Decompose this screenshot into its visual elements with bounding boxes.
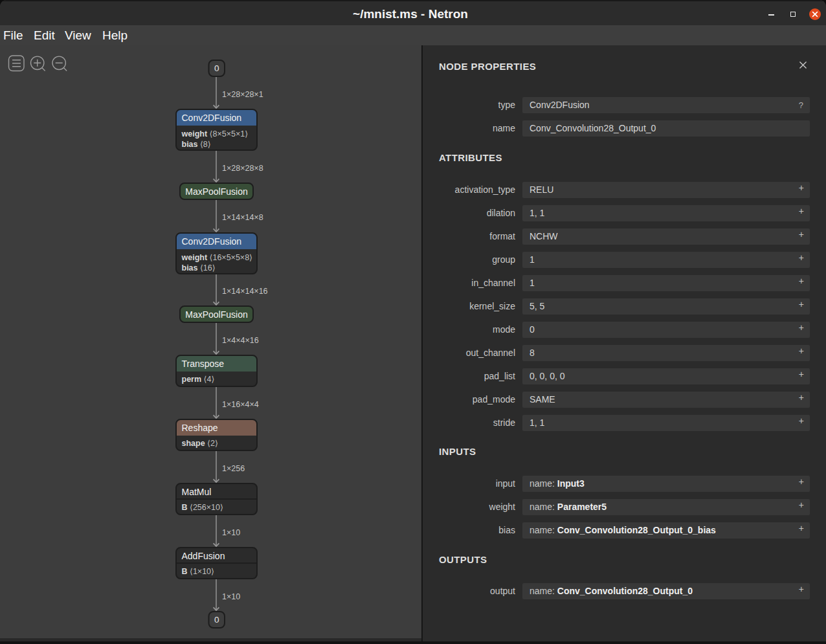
svg-text:perm ⟨4⟩: perm ⟨4⟩ — [182, 375, 215, 384]
svg-text:MatMul: MatMul — [182, 487, 212, 497]
svg-text:Conv2DFusion: Conv2DFusion — [182, 236, 242, 247]
svg-text:B ⟨1×10⟩: B ⟨1×10⟩ — [182, 567, 214, 576]
svg-text:1×16×4×4: 1×16×4×4 — [222, 400, 259, 409]
svg-text:0: 0 — [214, 615, 219, 625]
svg-text:0: 0 — [214, 63, 219, 73]
svg-text:weight ⟨8×5×5×1⟩: weight ⟨8×5×5×1⟩ — [181, 129, 249, 139]
svg-text:MaxPoolFusion: MaxPoolFusion — [185, 186, 248, 197]
svg-text:AddFusion: AddFusion — [182, 551, 225, 561]
svg-text:1×28×28×8: 1×28×28×8 — [222, 164, 263, 173]
svg-text:1×10: 1×10 — [222, 528, 240, 537]
svg-text:bias ⟨16⟩: bias ⟨16⟩ — [182, 263, 216, 272]
svg-text:1×14×14×16: 1×14×14×16 — [222, 287, 268, 296]
svg-text:Transpose: Transpose — [182, 359, 225, 369]
svg-text:1×10: 1×10 — [222, 592, 240, 601]
svg-text:weight ⟨16×5×5×8⟩: weight ⟨16×5×5×8⟩ — [181, 253, 252, 262]
svg-text:shape ⟨2⟩: shape ⟨2⟩ — [182, 439, 218, 448]
svg-text:1×14×14×8: 1×14×14×8 — [222, 213, 263, 222]
svg-text:1×28×28×1: 1×28×28×1 — [222, 90, 263, 99]
svg-text:1×256: 1×256 — [222, 464, 245, 473]
svg-text:bias ⟨8⟩: bias ⟨8⟩ — [182, 140, 211, 149]
svg-text:Conv2DFusion: Conv2DFusion — [182, 113, 242, 123]
svg-text:1×4×4×16: 1×4×4×16 — [222, 336, 259, 345]
svg-text:MaxPoolFusion: MaxPoolFusion — [185, 309, 248, 320]
svg-text:Reshape: Reshape — [182, 423, 218, 433]
svg-text:B ⟨256×10⟩: B ⟨256×10⟩ — [182, 503, 223, 512]
